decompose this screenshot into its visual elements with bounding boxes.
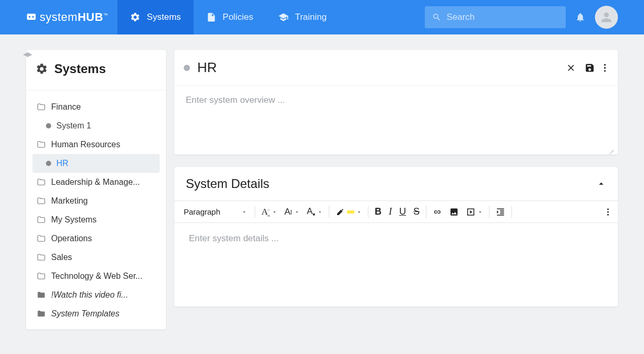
resize-handle[interactable] [607,145,614,151]
folder-sales[interactable]: Sales [32,248,160,267]
svg-point-3 [604,64,605,65]
title-actions [566,63,606,73]
link-icon [433,207,442,217]
overview-input[interactable] [186,95,606,126]
svg-point-2 [32,16,34,18]
folder-label: Technology & Web Ser... [51,272,142,281]
folder-label: Marketing [51,196,88,206]
editor-toolbar: Paragraph A‾ AI A▾ [174,200,618,223]
font-family-button[interactable]: A‾ [258,205,280,219]
sidebar-header: Systems [26,50,166,90]
nav-tab-systems[interactable]: Systems [117,0,193,34]
status-dot-icon [184,65,190,71]
highlight-button[interactable] [332,205,365,219]
font-family-icon: A‾ [261,207,270,217]
system-label: HR [56,159,68,168]
text-color-icon: A▾ [307,206,315,217]
underline-button[interactable]: U [396,204,409,219]
image-button[interactable] [446,205,462,219]
folder-icon [37,140,46,149]
font-size-icon: AI [284,207,292,217]
link-button[interactable] [430,205,445,219]
italic-button[interactable]: I [386,204,395,219]
sidebar: Systems Finance System 1 Human Resources… [26,50,166,329]
toolbar-more-button[interactable] [603,205,613,219]
image-icon [449,207,459,217]
video-icon [466,207,475,217]
folder-operations[interactable]: Operations [32,229,160,248]
folder-solid-icon [37,309,46,318]
strike-icon: S [413,206,420,217]
divider [26,90,166,90]
folder-label: My Systems [51,215,97,225]
overview-card: HR [174,50,618,155]
video-button[interactable] [463,205,486,219]
nav-tab-training[interactable]: Training [266,0,339,34]
brand-icon [26,12,37,22]
search-box[interactable] [425,6,566,28]
nav-tab-label: Training [295,12,327,22]
brand-name: systemHUB™ [40,10,108,24]
folder-watch-video[interactable]: !Watch this video fi... [32,286,160,304]
bold-button[interactable]: B [372,204,385,219]
system-label: System 1 [56,121,91,131]
folder-label: Sales [51,253,72,262]
details-title: System Details [186,176,269,191]
nav-tab-policies[interactable]: Policies [194,0,266,34]
folder-icon [37,272,46,281]
separator [489,206,490,218]
strikethrough-button[interactable]: S [410,204,423,219]
gear-icon [130,12,140,22]
paragraph-select[interactable]: Paragraph [180,205,252,218]
separator [329,206,329,218]
training-icon [278,12,289,22]
system-title[interactable]: HR [197,60,558,76]
top-nav: systemHUB™ Systems Policies Training [0,0,644,34]
nav-right [425,6,644,29]
system-item-hr[interactable]: HR [32,154,160,173]
sidebar-collapse-handle[interactable]: ◀▶ [23,50,31,58]
more-icon[interactable] [603,63,606,73]
folder-my-systems[interactable]: My Systems [32,210,160,229]
folder-label: Operations [51,234,92,243]
save-icon[interactable] [585,63,595,73]
main-content: HR System Details Paragraph [174,50,618,329]
folder-marketing[interactable]: Marketing [32,192,160,210]
more-icon [606,207,610,217]
brand-logo[interactable]: systemHUB™ [0,0,117,34]
main-layout: Systems Finance System 1 Human Resources… [0,34,644,329]
underline-icon: U [399,206,406,217]
search-input[interactable] [447,12,558,22]
chevron-up-icon[interactable] [596,179,606,189]
folder-technology[interactable]: Technology & Web Ser... [32,267,160,286]
folder-human-resources[interactable]: Human Resources [32,135,160,154]
font-color-button[interactable]: A▾ [304,204,326,219]
system-item-system1[interactable]: System 1 [32,116,160,135]
outdent-button[interactable] [493,205,508,219]
separator [511,206,512,218]
nav-tabs: Systems Policies Training [117,0,339,34]
folder-label: Human Resources [51,140,121,149]
folder-system-templates[interactable]: System Templates [32,304,160,323]
folder-label: !Watch this video fi... [51,290,128,300]
close-icon[interactable] [566,63,576,73]
svg-point-5 [604,70,605,72]
nav-tab-label: Systems [147,12,181,22]
folder-finance[interactable]: Finance [32,98,160,116]
paragraph-label: Paragraph [184,207,220,216]
folder-icon [37,215,46,225]
user-avatar[interactable] [595,6,618,29]
outdent-icon [496,207,505,217]
details-body [174,223,618,306]
gear-icon [35,63,48,75]
chevron-down-icon [478,209,483,215]
sidebar-title: Systems [54,62,106,76]
svg-point-7 [607,211,609,213]
notifications-icon[interactable] [575,12,586,22]
svg-point-6 [607,208,609,210]
details-header[interactable]: System Details [174,167,618,200]
folder-leadership[interactable]: Leadership & Manage... [32,173,160,192]
status-dot-icon [46,161,51,166]
details-input[interactable] [189,233,603,244]
font-size-button[interactable]: AI [281,205,303,219]
